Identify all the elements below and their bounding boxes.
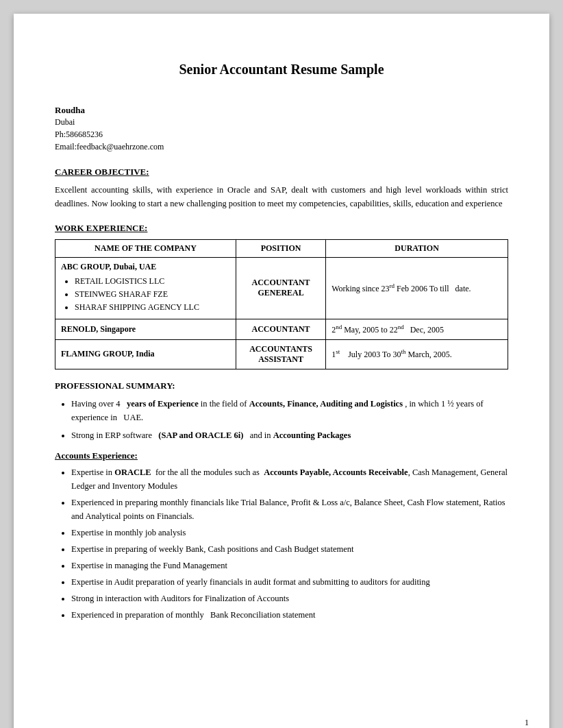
work-experience-title: WORK EXPERIENCE: (55, 223, 508, 234)
accounts-experience-title: Accounts Experience: (55, 450, 508, 461)
table-header-duration: DURATION (326, 240, 508, 258)
career-objective-title: CAREER OBJECTIVE: (55, 167, 508, 178)
list-item: Experienced in preparation of monthly Ba… (71, 608, 508, 622)
company-sublist-1: RETAIL LOGISTICS LLC STEINWEG SHARAF FZE… (61, 275, 230, 315)
list-item: Expertise in Audit preparation of yearly… (71, 575, 508, 589)
list-item: Experienced in preparing monthly financi… (71, 496, 508, 523)
list-item: SHARAF SHIPPING AGENCY LLC (75, 301, 230, 314)
work-experience-table: NAME OF THE COMPANY POSITION DURATION AB… (55, 239, 508, 369)
duration-cell-3: 1st July 2003 To 30th March, 2005. (326, 339, 508, 369)
table-row: ABC GROUP, Dubai, UAE RETAIL LOGISTICS L… (55, 258, 508, 319)
professional-summary-title: PROFESSIONAL SUMMARY: (55, 380, 508, 391)
table-row: RENOLD, Singapore ACCOUNTANT 2nd May, 20… (55, 319, 508, 339)
position-cell-1: ACCOUNTANTGENEREAL (236, 258, 325, 319)
position-cell-2: ACCOUNTANT (236, 319, 325, 339)
contact-location: Dubai (55, 116, 508, 128)
list-item: Having over 4 years of Experience in the… (71, 397, 508, 424)
company-name-1: ABC GROUP, Dubai, UAE (61, 262, 230, 272)
company-cell-1: ABC GROUP, Dubai, UAE RETAIL LOGISTICS L… (55, 258, 236, 319)
list-item: Expertise in monthly job analysis (71, 526, 508, 539)
accounts-experience-list: Expertise in ORACLE for the all the modu… (55, 465, 508, 622)
contact-block: Roudha Dubai Ph:586685236 Email:feedback… (55, 105, 508, 153)
contact-phone: Ph:586685236 (55, 128, 508, 141)
career-objective-text: Excellent accounting skills, with experi… (55, 183, 508, 210)
list-item: Expertise in preparing of weekly Bank, C… (71, 542, 508, 556)
duration-cell-2: 2nd May, 2005 to 22nd Dec, 2005 (326, 319, 508, 339)
company-cell-3: FLAMING GROUP, India (55, 339, 236, 369)
position-cell-3: ACCOUNTANTSASSISTANT (236, 339, 325, 369)
page-number: 1 (525, 718, 529, 728)
professional-summary-list: Having over 4 years of Experience in the… (55, 397, 508, 442)
table-header-position: POSITION (236, 240, 325, 258)
list-item: Expertise in managing the Fund Managemen… (71, 559, 508, 572)
list-item: Strong in ERP software (SAP and ORACLE 6… (71, 428, 508, 442)
contact-email: Email:feedback@uaehrzone.com (55, 141, 508, 153)
table-header-company: NAME OF THE COMPANY (55, 240, 236, 258)
resume-page: Senior Accountant Resume Sample Roudha D… (14, 14, 549, 728)
list-item: STEINWEG SHARAF FZE (75, 288, 230, 301)
company-cell-2: RENOLD, Singapore (55, 319, 236, 339)
page-title: Senior Accountant Resume Sample (55, 62, 508, 77)
duration-cell-1: Working since 23rd Feb 2006 To till date… (326, 258, 508, 319)
list-item: RETAIL LOGISTICS LLC (75, 275, 230, 288)
contact-name: Roudha (55, 105, 508, 116)
list-item: Strong in interaction with Auditors for … (71, 592, 508, 605)
table-row: FLAMING GROUP, India ACCOUNTANTSASSISTAN… (55, 339, 508, 369)
list-item: Expertise in ORACLE for the all the modu… (71, 465, 508, 493)
